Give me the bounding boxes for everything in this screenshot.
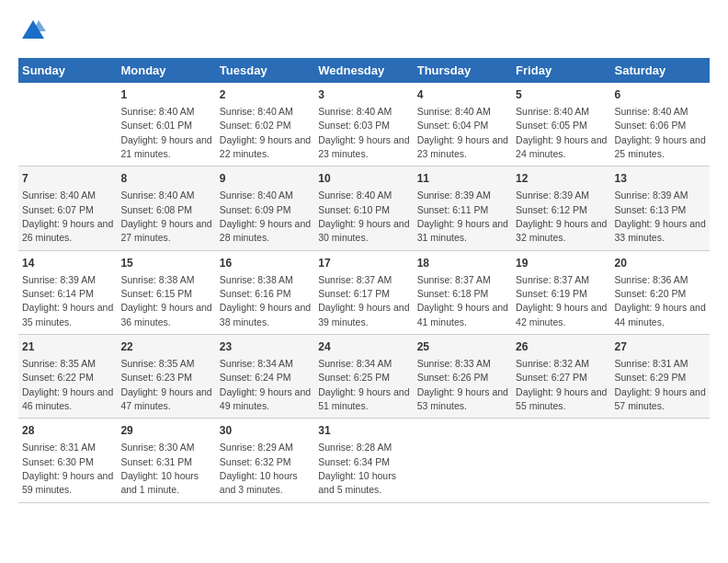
calendar-cell	[611, 419, 710, 502]
day-number: 8	[120, 171, 211, 187]
day-number: 22	[120, 339, 211, 355]
calendar-cell: 21Sunrise: 8:35 AMSunset: 6:22 PMDayligh…	[18, 335, 117, 419]
calendar-cell	[414, 419, 512, 502]
day-number: 27	[615, 339, 706, 355]
day-number: 31	[318, 423, 409, 439]
day-daylight: Daylight: 9 hours and 22 minutes.	[220, 134, 311, 159]
day-sunset: Sunset: 6:34 PM	[318, 456, 390, 467]
day-sunset: Sunset: 6:03 PM	[318, 120, 390, 131]
calendar-cell: 27Sunrise: 8:31 AMSunset: 6:29 PMDayligh…	[611, 335, 710, 419]
day-number: 7	[22, 171, 113, 187]
calendar-cell: 2Sunrise: 8:40 AMSunset: 6:02 PMDaylight…	[216, 83, 314, 167]
day-number: 4	[417, 87, 508, 103]
day-sunrise: Sunrise: 8:35 AM	[120, 358, 194, 369]
day-daylight: Daylight: 9 hours and 23 minutes.	[417, 134, 508, 159]
week-row-5: 28Sunrise: 8:31 AMSunset: 6:30 PMDayligh…	[18, 419, 710, 502]
calendar-cell: 8Sunrise: 8:40 AMSunset: 6:08 PMDaylight…	[117, 167, 215, 250]
day-number: 2	[220, 87, 311, 103]
weekday-header-thursday: Thursday	[414, 58, 512, 83]
weekday-header-saturday: Saturday	[611, 58, 710, 83]
day-number: 15	[120, 256, 211, 271]
day-sunrise: Sunrise: 8:33 AM	[417, 358, 491, 369]
day-sunrise: Sunrise: 8:39 AM	[22, 274, 96, 285]
day-sunset: Sunset: 6:16 PM	[220, 288, 291, 299]
day-number: 1	[120, 87, 211, 103]
day-sunset: Sunset: 6:29 PM	[615, 372, 687, 383]
day-sunset: Sunset: 6:20 PM	[615, 288, 687, 299]
calendar-cell	[18, 83, 117, 167]
day-daylight: Daylight: 9 hours and 25 minutes.	[615, 134, 706, 159]
day-sunrise: Sunrise: 8:40 AM	[22, 190, 96, 201]
calendar-cell: 13Sunrise: 8:39 AMSunset: 6:13 PMDayligh…	[611, 167, 710, 250]
day-sunset: Sunset: 6:27 PM	[516, 372, 587, 383]
day-sunset: Sunset: 6:22 PM	[22, 372, 94, 383]
calendar-cell: 4Sunrise: 8:40 AMSunset: 6:04 PMDaylight…	[414, 83, 512, 167]
day-number: 16	[220, 256, 311, 271]
day-number: 11	[417, 171, 508, 187]
day-sunset: Sunset: 6:30 PM	[22, 456, 94, 467]
logo	[18, 18, 46, 49]
day-daylight: Daylight: 9 hours and 35 minutes.	[22, 302, 113, 327]
day-number: 17	[318, 256, 409, 271]
day-number: 13	[615, 171, 706, 187]
week-row-3: 14Sunrise: 8:39 AMSunset: 6:14 PMDayligh…	[18, 250, 710, 334]
day-sunrise: Sunrise: 8:40 AM	[318, 106, 392, 117]
calendar-cell: 7Sunrise: 8:40 AMSunset: 6:07 PMDaylight…	[18, 167, 117, 250]
day-sunset: Sunset: 6:04 PM	[417, 120, 489, 131]
day-number: 18	[417, 256, 508, 271]
day-daylight: Daylight: 9 hours and 28 minutes.	[220, 218, 311, 243]
day-sunrise: Sunrise: 8:40 AM	[120, 106, 194, 117]
week-row-4: 21Sunrise: 8:35 AMSunset: 6:22 PMDayligh…	[18, 335, 710, 419]
day-daylight: Daylight: 9 hours and 53 minutes.	[417, 386, 508, 411]
day-sunrise: Sunrise: 8:34 AM	[220, 358, 293, 369]
day-daylight: Daylight: 10 hours and 5 minutes.	[318, 470, 396, 495]
day-daylight: Daylight: 9 hours and 47 minutes.	[120, 386, 211, 411]
day-number: 25	[417, 339, 508, 355]
day-sunrise: Sunrise: 8:37 AM	[417, 274, 491, 285]
day-sunrise: Sunrise: 8:37 AM	[516, 274, 589, 285]
calendar-cell: 3Sunrise: 8:40 AMSunset: 6:03 PMDaylight…	[314, 83, 413, 167]
calendar-cell	[512, 419, 610, 502]
calendar-cell: 5Sunrise: 8:40 AMSunset: 6:05 PMDaylight…	[512, 83, 610, 167]
day-number: 20	[615, 256, 706, 271]
weekday-header-monday: Monday	[117, 58, 215, 83]
day-daylight: Daylight: 9 hours and 46 minutes.	[22, 386, 113, 411]
day-daylight: Daylight: 9 hours and 49 minutes.	[220, 386, 311, 411]
calendar-cell: 16Sunrise: 8:38 AMSunset: 6:16 PMDayligh…	[216, 250, 314, 334]
day-sunset: Sunset: 6:15 PM	[120, 288, 192, 299]
day-sunset: Sunset: 6:26 PM	[417, 372, 489, 383]
day-daylight: Daylight: 9 hours and 32 minutes.	[516, 218, 607, 243]
calendar-cell: 19Sunrise: 8:37 AMSunset: 6:19 PMDayligh…	[512, 250, 610, 334]
day-sunrise: Sunrise: 8:40 AM	[615, 106, 688, 117]
day-sunset: Sunset: 6:06 PM	[615, 120, 687, 131]
day-sunrise: Sunrise: 8:31 AM	[615, 358, 688, 369]
day-daylight: Daylight: 9 hours and 30 minutes.	[318, 218, 409, 243]
day-sunset: Sunset: 6:07 PM	[22, 204, 94, 215]
day-sunset: Sunset: 6:11 PM	[417, 204, 489, 215]
day-sunset: Sunset: 6:13 PM	[615, 204, 687, 215]
day-sunrise: Sunrise: 8:30 AM	[120, 442, 194, 453]
day-sunset: Sunset: 6:12 PM	[516, 204, 587, 215]
week-row-2: 7Sunrise: 8:40 AMSunset: 6:07 PMDaylight…	[18, 167, 710, 250]
day-sunrise: Sunrise: 8:32 AM	[516, 358, 589, 369]
calendar-cell: 12Sunrise: 8:39 AMSunset: 6:12 PMDayligh…	[512, 167, 610, 250]
calendar-cell: 9Sunrise: 8:40 AMSunset: 6:09 PMDaylight…	[216, 167, 314, 250]
calendar-cell: 30Sunrise: 8:29 AMSunset: 6:32 PMDayligh…	[216, 419, 314, 502]
day-sunset: Sunset: 6:14 PM	[22, 288, 94, 299]
day-sunset: Sunset: 6:01 PM	[120, 120, 192, 131]
day-daylight: Daylight: 9 hours and 41 minutes.	[417, 302, 508, 327]
day-daylight: Daylight: 10 hours and 1 minute.	[120, 470, 199, 495]
logo-text	[18, 18, 46, 49]
day-number: 26	[516, 339, 607, 355]
day-sunrise: Sunrise: 8:40 AM	[120, 190, 194, 201]
day-number: 19	[516, 256, 607, 271]
day-sunrise: Sunrise: 8:39 AM	[615, 190, 688, 201]
calendar-cell: 14Sunrise: 8:39 AMSunset: 6:14 PMDayligh…	[18, 250, 117, 334]
week-row-1: 1Sunrise: 8:40 AMSunset: 6:01 PMDaylight…	[18, 83, 710, 167]
calendar-cell: 24Sunrise: 8:34 AMSunset: 6:25 PMDayligh…	[314, 335, 413, 419]
day-sunrise: Sunrise: 8:40 AM	[220, 106, 293, 117]
day-sunrise: Sunrise: 8:39 AM	[516, 190, 589, 201]
calendar-cell: 22Sunrise: 8:35 AMSunset: 6:23 PMDayligh…	[117, 335, 215, 419]
day-daylight: Daylight: 9 hours and 59 minutes.	[22, 470, 113, 495]
day-daylight: Daylight: 9 hours and 27 minutes.	[120, 218, 211, 243]
